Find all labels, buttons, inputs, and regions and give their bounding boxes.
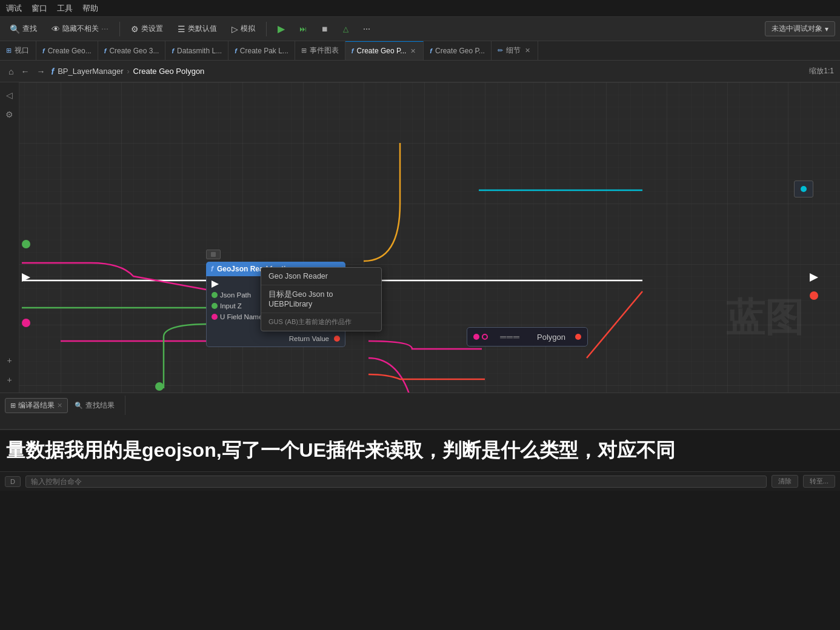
search-icon: 🔍	[10, 24, 20, 34]
blueprint-canvas[interactable]: ◁ ⚙ + +	[0, 82, 840, 393]
debug-selector[interactable]: 未选中调试对象 ▾	[765, 21, 835, 36]
class-defaults-button[interactable]: ☰ 类默认值	[173, 22, 222, 36]
tooltip-item-reader[interactable]: Geo Json Reader	[261, 268, 381, 285]
function-icon-2: f	[104, 47, 107, 55]
more-button[interactable]: ⋯	[358, 23, 375, 35]
function-icon-6: f	[430, 47, 432, 55]
search-button[interactable]: 🔍 查找	[5, 22, 42, 36]
breadcrumb-blueprint[interactable]: BP_LayerManager	[58, 67, 123, 76]
subtitle-text: 量数据我用的是geojson,写了一个UE插件来读取，判断是什么类型，对应不同	[6, 437, 675, 464]
more-icon: ⋯	[363, 25, 370, 33]
polygon-label: Polygon	[532, 333, 570, 342]
right-exec-pin	[810, 273, 818, 282]
class-settings-button[interactable]: ⚙ 类设置	[126, 22, 168, 36]
tab-datasmith[interactable]: f Datasmith L...	[165, 41, 228, 60]
exec-in-pin	[212, 280, 219, 288]
return-value-pin-circle	[334, 336, 340, 342]
u-field-pin-circle	[212, 314, 218, 320]
tab-event-graph[interactable]: ⊞ 事件图表	[295, 41, 345, 60]
sidebar-collapse-icon[interactable]: ◁	[2, 87, 18, 103]
function-icon-5: f	[352, 47, 354, 55]
sidebar-settings-icon[interactable]: ⚙	[2, 107, 18, 122]
tab-viewport[interactable]: ⊞ 视口	[0, 41, 36, 60]
cmd-left-button[interactable]: D	[5, 476, 21, 487]
green-dot-mid	[155, 382, 164, 391]
polygon-pin-in	[473, 334, 479, 340]
bottom-tabs: ⊞ 编译器结果 ✕ 🔍 查找结果	[0, 396, 125, 415]
sidebar-add-icon[interactable]: +	[2, 353, 18, 368]
toolbar-right: 未选中调试对象 ▾	[765, 21, 835, 36]
function-icon-4: f	[235, 47, 237, 55]
tab-detail[interactable]: ✏ 细节 ✕	[492, 41, 538, 60]
input-z-pin-circle	[212, 303, 218, 309]
grid-icon: ⊞	[6, 47, 12, 55]
json-path-pin-circle	[212, 292, 218, 298]
left-sidebar: ◁ ⚙ + +	[0, 82, 19, 393]
eye-icon: 👁	[52, 24, 60, 34]
polygon-pin-in2	[482, 334, 488, 340]
tab-create-geo-polygon-active[interactable]: f Create Geo P... ✕	[345, 41, 424, 60]
play-button[interactable]: ▶	[273, 21, 290, 36]
menu-bar: 调试 窗口 工具 帮助	[0, 0, 840, 17]
polygon-right-pins	[575, 334, 581, 340]
bottom-tab-find[interactable]: 🔍 查找结果	[69, 398, 120, 413]
goto-button[interactable]: 转至...	[803, 475, 835, 488]
polygon-node-dash: ═══	[493, 331, 527, 342]
search-bottom-icon: 🔍	[75, 402, 83, 409]
sidebar-add2-icon[interactable]: +	[2, 372, 18, 388]
polygon-node-body: ═══ Polygon	[467, 327, 588, 346]
nav-forward-button[interactable]: →	[34, 65, 47, 78]
compile-icon: ⊞	[10, 402, 16, 409]
pencil-icon: ✏	[498, 47, 503, 55]
breadcrumb-function: Create Geo Polygon	[133, 67, 205, 76]
arrow-button[interactable]: △	[338, 23, 353, 35]
tab-detail-close[interactable]: ✕	[524, 46, 532, 55]
toolbar-separator-2	[266, 22, 267, 36]
connections-svg	[0, 82, 840, 393]
menu-window[interactable]: 窗口	[32, 3, 47, 14]
command-input[interactable]	[25, 476, 767, 488]
breadcrumb: ⌂ ← → f BP_LayerManager › Create Geo Pol…	[0, 61, 840, 82]
green-dot-top	[22, 240, 30, 248]
bottom-content	[125, 393, 840, 429]
small-top-node[interactable]	[794, 181, 813, 197]
step-button[interactable]: ⏭	[295, 23, 312, 35]
tab-create-geo3[interactable]: f Create Geo 3...	[98, 41, 166, 60]
bottom-tab-compiler[interactable]: ⊞ 编译器结果 ✕	[5, 398, 68, 413]
tab-close-button-active[interactable]: ✕	[409, 47, 417, 56]
function-breadcrumb-icon: f	[51, 67, 54, 76]
tooltip-menu: Geo Json Reader 目标是Geo Json to UEBPLibra…	[261, 267, 382, 331]
bottom-tab-compiler-close[interactable]: ✕	[57, 402, 62, 409]
nav-home-button[interactable]: ⌂	[6, 65, 16, 78]
entry-exec-pin	[22, 273, 30, 282]
pin-return-value: Return Value	[207, 333, 345, 344]
polygon-node[interactable]: ═══ Polygon	[467, 327, 588, 346]
tab-create-geo-polygon-2[interactable]: f Create Geo P...	[424, 41, 492, 60]
tab-create-pak[interactable]: f Create Pak L...	[228, 41, 295, 60]
stop-icon: ⏹	[321, 25, 328, 33]
menu-help[interactable]: 帮助	[82, 3, 98, 14]
menu-tools[interactable]: 工具	[57, 3, 73, 14]
step-icon: ⏭	[299, 25, 307, 33]
menu-debug[interactable]: 调试	[6, 3, 22, 14]
nav-back-button[interactable]: ←	[18, 65, 32, 78]
list-icon: ☰	[178, 24, 185, 34]
pink-dot-left	[22, 319, 30, 327]
function-icon-1: f	[42, 47, 45, 55]
chevron-down-icon: ▾	[825, 25, 828, 33]
hide-unrelated-button[interactable]: 👁 隐藏不相关 ⋯	[47, 22, 113, 36]
tab-create-geo[interactable]: f Create Geo...	[36, 41, 98, 60]
gear-icon: ⚙	[131, 24, 139, 34]
subtitle-bar: 量数据我用的是geojson,写了一个UE插件来读取，判断是什么类型，对应不同	[0, 429, 840, 471]
stop-button[interactable]: ⏹	[316, 23, 333, 35]
function-icon-3: f	[172, 47, 174, 55]
red-pin-right	[810, 291, 818, 300]
watermark: 蓝图	[726, 291, 804, 344]
simulate-button[interactable]: ▷ 模拟	[227, 22, 260, 36]
tooltip-item-target[interactable]: 目标是Geo Json to UEBPLibrary	[261, 285, 381, 313]
arrow-icon: △	[343, 25, 348, 33]
clear-button[interactable]: 清除	[772, 475, 798, 488]
bottom-panel: ⊞ 编译器结果 ✕ 🔍 查找结果	[0, 393, 840, 429]
tooltip-item-sub: GUS (AB)主着前途的作品作	[261, 313, 381, 331]
breadcrumb-nav: ⌂ ← →	[6, 65, 47, 78]
